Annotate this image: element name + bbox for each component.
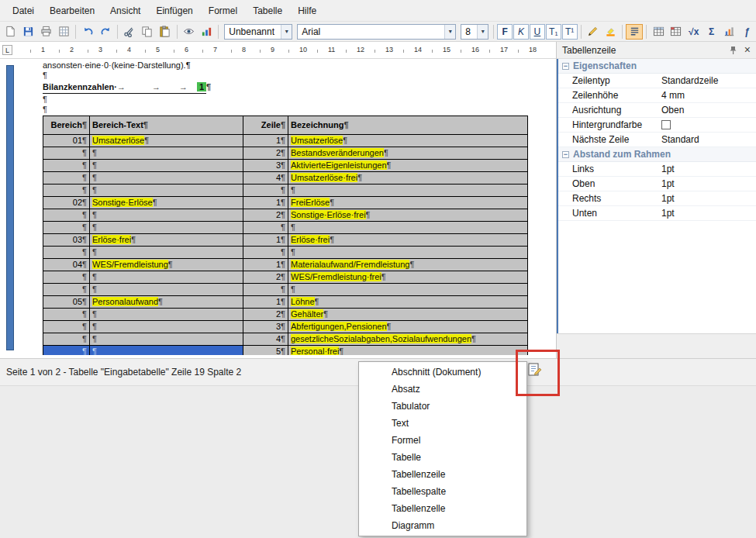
context-menu-item[interactable]: Absatz: [359, 381, 526, 398]
table-cell[interactable]: 03¶: [43, 234, 90, 247]
table-cell[interactable]: 4¶: [243, 333, 288, 346]
table-cell[interactable]: ¶: [243, 222, 288, 234]
table-cell[interactable]: ¶: [43, 271, 90, 284]
insert-table-icon[interactable]: [650, 24, 667, 40]
property-value[interactable]: Standardzeile: [661, 75, 718, 86]
table-cell[interactable]: ¶: [90, 147, 243, 160]
table-cell[interactable]: ¶: [43, 172, 90, 185]
table-cell[interactable]: ¶: [90, 333, 243, 346]
side-panel-title-bar[interactable]: Tabellenzeile ×: [557, 42, 756, 59]
table-cell[interactable]: ¶: [43, 333, 90, 346]
table-cell[interactable]: ¶: [288, 284, 528, 296]
paste-icon[interactable]: [157, 24, 174, 40]
table-cell[interactable]: WES/Fremdleistung¶: [90, 259, 243, 271]
property-value[interactable]: Standard: [661, 134, 699, 145]
table-cell[interactable]: 4¶: [243, 172, 288, 185]
document-intro-line[interactable]: ansonsten·eine·0·(keine·Darstellung).¶: [43, 60, 543, 71]
property-value[interactable]: Oben: [661, 105, 684, 116]
save-icon[interactable]: [20, 24, 37, 40]
table-cell[interactable]: ¶: [43, 147, 90, 160]
table-cell[interactable]: ¶: [288, 222, 528, 234]
table-cell[interactable]: ¶: [90, 160, 243, 172]
formula-icon[interactable]: √x: [685, 24, 702, 40]
table-cell[interactable]: 2¶: [243, 147, 288, 160]
panel-property-row[interactable]: ZeilentypStandardzeile: [558, 74, 756, 88]
script-icon[interactable]: ƒ: [738, 24, 755, 40]
font-combo[interactable]: Arial▾: [297, 24, 456, 40]
property-value[interactable]: 4 mm: [661, 90, 685, 101]
tab-type-selector[interactable]: L: [2, 45, 12, 55]
color-swatch[interactable]: [661, 120, 671, 129]
context-menu-item[interactable]: Formel: [359, 432, 526, 449]
table-cell[interactable]: 1¶: [243, 135, 288, 147]
panel-property-row[interactable]: Links1pt: [558, 162, 756, 177]
cut-icon[interactable]: [121, 24, 138, 40]
property-value[interactable]: 1pt: [661, 164, 675, 174]
table-cell[interactable]: ¶: [43, 284, 90, 296]
table-cell[interactable]: 02¶: [43, 197, 90, 209]
table-cell[interactable]: ¶: [90, 271, 243, 284]
underline-button[interactable]: U: [530, 24, 545, 40]
table-cell[interactable]: ¶: [43, 346, 90, 356]
table-cell[interactable]: 2¶: [243, 271, 288, 284]
menu-item-hilfe[interactable]: Hilfe: [290, 5, 324, 16]
table-cell[interactable]: Löhne¶: [288, 296, 528, 309]
menu-item-datei[interactable]: Datei: [5, 5, 42, 16]
table-cell[interactable]: 1¶: [243, 296, 288, 309]
pin-icon[interactable]: [729, 46, 737, 57]
panel-property-row[interactable]: AusrichtungOben: [558, 103, 756, 118]
ruler[interactable]: L 123456789101112131415161718: [0, 42, 556, 59]
chart-icon[interactable]: [720, 24, 737, 40]
context-menu-item[interactable]: Abschnitt (Dokument): [359, 364, 526, 381]
property-value[interactable]: 1pt: [661, 178, 675, 189]
table-cell[interactable]: ¶: [43, 247, 90, 259]
redo-icon[interactable]: [97, 24, 114, 40]
table-cell[interactable]: Erlöse·frei¶: [288, 234, 528, 247]
table-cell[interactable]: Gehälter¶: [288, 309, 528, 321]
table-cell[interactable]: ¶: [243, 185, 288, 197]
table-cell[interactable]: ¶: [90, 309, 243, 321]
table-cell[interactable]: ¶: [90, 346, 243, 356]
table-cell[interactable]: Umsatzerlöse·frei¶: [288, 172, 528, 185]
table-cell[interactable]: AktivierteEigenleistungen¶: [288, 160, 528, 172]
table-cell[interactable]: ¶: [288, 185, 528, 197]
table-cell[interactable]: ¶: [43, 160, 90, 172]
chevron-down-icon[interactable]: ▾: [444, 25, 455, 39]
table-cell[interactable]: Umsatzerlöse¶: [90, 135, 243, 147]
menu-item-bearbeiten[interactable]: Bearbeiten: [42, 5, 102, 16]
empty-paragraph-mark[interactable]: ¶: [43, 95, 543, 105]
table-cell[interactable]: 3¶: [243, 321, 288, 333]
italic-button[interactable]: K: [513, 24, 529, 40]
table-cell[interactable]: WES/Fremdleistung·frei¶: [288, 271, 528, 284]
menu-item-formel[interactable]: Formel: [201, 5, 245, 16]
table-cell[interactable]: Personalaufwand¶: [90, 296, 243, 309]
empty-paragraph-mark[interactable]: ¶: [43, 105, 543, 115]
table-cell[interactable]: 05¶: [43, 296, 90, 309]
table-cell[interactable]: ¶: [43, 185, 90, 197]
chevron-down-icon[interactable]: ▾: [477, 25, 488, 39]
collapse-icon[interactable]: −: [562, 151, 569, 158]
table-cell[interactable]: Erlöse·frei¶: [90, 234, 243, 247]
panel-property-row[interactable]: Zeilenhöhe4 mm: [558, 88, 756, 103]
context-menu-item[interactable]: Tabellenzeile: [359, 466, 526, 483]
table-cell[interactable]: ¶: [288, 247, 528, 259]
table-cell[interactable]: 3¶: [243, 160, 288, 172]
table-cell[interactable]: ¶: [243, 284, 288, 296]
table-cell[interactable]: ¶: [43, 309, 90, 321]
table-cell[interactable]: ¶: [90, 321, 243, 333]
empty-paragraph-mark[interactable]: ¶: [43, 71, 543, 81]
copy-icon[interactable]: [139, 24, 156, 40]
table-cell[interactable]: Materialaufwand/Fremdleistung¶: [288, 259, 528, 271]
chart-wizard-icon[interactable]: [198, 24, 215, 40]
context-menu-item[interactable]: Tabulator: [359, 398, 526, 415]
panel-section-header[interactable]: −Abstand zum Rahmen: [558, 147, 756, 162]
table-cell[interactable]: gesetzlicheSozialabgaben,Sozialaufwendun…: [288, 333, 528, 346]
context-menu-item[interactable]: Text: [359, 415, 526, 432]
table-cell[interactable]: ¶: [43, 321, 90, 333]
formatting-marks-toggle[interactable]: [626, 24, 643, 40]
document-viewport[interactable]: ansonsten·eine·0·(keine·Darstellung).¶ ¶…: [0, 59, 556, 355]
table-cell[interactable]: ¶: [90, 172, 243, 185]
table-cell[interactable]: 01¶: [43, 135, 90, 147]
panel-property-row[interactable]: Oben1pt: [558, 177, 756, 191]
table-cell[interactable]: ¶: [90, 185, 243, 197]
